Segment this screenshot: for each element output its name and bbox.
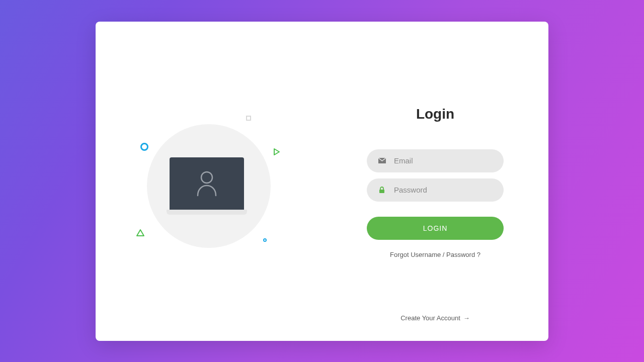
deco-square-icon [246, 116, 251, 121]
deco-circle-large-icon [140, 143, 148, 151]
lock-icon [378, 187, 386, 194]
svg-point-0 [201, 172, 212, 183]
login-button[interactable]: LOGIN [367, 217, 504, 240]
create-account-link[interactable]: Create Your Account → [400, 314, 470, 322]
user-icon [195, 170, 219, 197]
illustration-wrap [133, 111, 284, 261]
envelope-icon [378, 158, 386, 163]
illustration-panel [96, 22, 322, 341]
page-title: Login [416, 106, 454, 122]
laptop-screen [170, 157, 244, 210]
password-field-wrap[interactable] [367, 178, 504, 202]
deco-circle-small-icon [263, 238, 267, 242]
deco-play-icon [273, 148, 280, 156]
laptop-base [167, 210, 247, 215]
form-panel: Login LOGIN Forgot Username / Password ?… [322, 22, 548, 341]
svg-rect-1 [379, 190, 384, 193]
email-input[interactable] [394, 156, 493, 165]
login-card: Login LOGIN Forgot Username / Password ?… [96, 22, 548, 341]
laptop-illustration [170, 157, 247, 215]
arrow-right-icon: → [463, 314, 470, 322]
deco-triangle-icon [136, 229, 144, 236]
create-account-label: Create Your Account [400, 314, 460, 322]
forgot-password-link[interactable]: Forgot Username / Password ? [390, 251, 480, 258]
password-input[interactable] [394, 186, 493, 194]
email-field-wrap[interactable] [367, 149, 504, 172]
